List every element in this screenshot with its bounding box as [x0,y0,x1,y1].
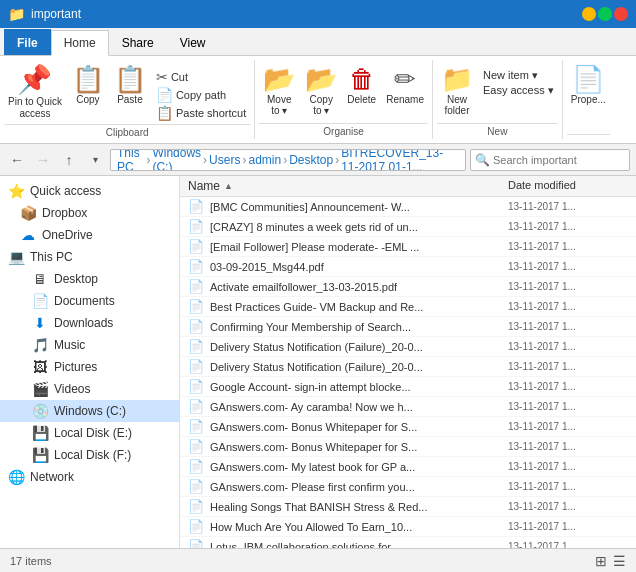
paste-shortcut-label: Paste shortcut [176,107,246,119]
back-button[interactable]: ← [6,149,28,171]
cut-label: Cut [171,71,188,83]
sidebar-item-desktop[interactable]: 🖥 Desktop [0,268,179,290]
move-to-button[interactable]: 📂 Moveto ▾ [259,64,299,118]
file-row[interactable]: 📄 03-09-2015_Msg44.pdf 13-11-2017 1... [180,257,636,277]
file-name: 03-09-2015_Msg44.pdf [210,261,502,273]
copy-to-label: Copyto ▾ [310,94,333,116]
path-this-pc[interactable]: This PC [117,149,144,171]
file-row[interactable]: 📄 Healing Songs That BANISH Stress & Red… [180,497,636,517]
organise-label: Organise [259,123,428,139]
file-name: [CRAZY] 8 minutes a week gets rid of un.… [210,221,502,233]
file-row[interactable]: 📄 Delivery Status Notification (Failure)… [180,357,636,377]
paste-shortcut-button[interactable]: 📋 Paste shortcut [152,104,250,122]
tab-view[interactable]: View [167,29,219,55]
desktop-label: Desktop [54,272,98,286]
column-date-modified[interactable]: Date modified [508,179,628,193]
title-bar-controls [582,7,628,21]
copy-path-button[interactable]: 📄 Copy path [152,86,250,104]
sidebar-item-windows-c[interactable]: 💿 Windows (C:) [0,400,179,422]
view-list-icon[interactable]: ☰ [613,553,626,569]
forward-button[interactable]: → [32,149,54,171]
file-row[interactable]: 📄 [BMC Communities] Announcement- W... 1… [180,197,636,217]
file-date: 13-11-2017 1... [508,241,628,252]
copy-label: Copy [76,94,99,105]
local-disk-e-label: Local Disk (E:) [54,426,132,440]
file-icon: 📄 [188,379,204,394]
file-date: 13-11-2017 1... [508,521,628,532]
new-folder-button[interactable]: 📁 Newfolder [437,64,477,118]
sidebar-item-videos[interactable]: 🎬 Videos [0,378,179,400]
properties-button[interactable]: 📄 Prope... [567,64,610,107]
onedrive-icon: ☁ [20,227,36,243]
file-row[interactable]: 📄 How Much Are You Allowed To Earn_10...… [180,517,636,537]
search-input[interactable] [493,154,631,166]
file-name: GAnswers.com- Bonus Whitepaper for S... [210,441,502,453]
file-row[interactable]: 📄 GAnswers.com- My latest book for GP a.… [180,457,636,477]
file-date: 13-11-2017 1... [508,201,628,212]
file-row[interactable]: 📄 GAnswers.com- Bonus Whitepaper for S..… [180,437,636,457]
column-name[interactable]: Name ▲ [188,179,508,193]
downloads-icon: ⬇ [32,315,48,331]
sidebar-item-pictures[interactable]: 🖼 Pictures [0,356,179,378]
file-row[interactable]: 📄 GAnswers.com- Please first confirm you… [180,477,636,497]
file-row[interactable]: 📄 Google Account- sign-in attempt blocke… [180,377,636,397]
maximize-button[interactable] [598,7,612,21]
local-disk-e-icon: 💾 [32,425,48,441]
sidebar-item-documents[interactable]: 📄 Documents [0,290,179,312]
address-path[interactable]: This PC › Windows (C:) › Users › admin ›… [110,149,466,171]
file-icon: 📄 [188,399,204,414]
sidebar-item-downloads[interactable]: ⬇ Downloads [0,312,179,334]
easy-access-button[interactable]: Easy access ▾ [479,83,558,98]
tab-share[interactable]: Share [109,29,167,55]
path-windows-c[interactable]: Windows (C:) [152,149,201,171]
up-button[interactable]: ↑ [58,149,80,171]
videos-icon: 🎬 [32,381,48,397]
sidebar-item-network[interactable]: 🌐 Network [0,466,179,488]
file-row[interactable]: 📄 Best Practices Guide- VM Backup and Re… [180,297,636,317]
ribbon-organise: 📂 Moveto ▾ 📂 Copyto ▾ 🗑 Delete ✏ Rename … [255,60,433,139]
close-button[interactable] [614,7,628,21]
file-row[interactable]: 📄 [CRAZY] 8 minutes a week gets rid of u… [180,217,636,237]
sidebar-item-music[interactable]: 🎵 Music [0,334,179,356]
file-icon: 📄 [188,439,204,454]
copy-button[interactable]: 📋 Copy [68,64,108,107]
sidebar-item-onedrive[interactable]: ☁ OneDrive [0,224,179,246]
path-bitrecover[interactable]: BITRECOVER_13-11-2017 01-1... [341,149,459,171]
file-row[interactable]: 📄 GAnswers.com- Ay caramba! Now we h... … [180,397,636,417]
quick-access-label: Quick access [30,184,101,198]
sidebar-item-this-pc[interactable]: 💻 This PC [0,246,179,268]
tab-home[interactable]: Home [51,30,109,56]
paste-icon: 📋 [114,66,146,92]
file-row[interactable]: 📄 [Email Follower] Please moderate- -EML… [180,237,636,257]
sidebar-item-local-disk-e[interactable]: 💾 Local Disk (E:) [0,422,179,444]
path-desktop[interactable]: Desktop [289,153,333,167]
new-item-button[interactable]: New item ▾ [479,68,558,83]
paste-button[interactable]: 📋 Paste [110,64,150,107]
sidebar-item-dropbox[interactable]: 📦 Dropbox [0,202,179,224]
file-date: 13-11-2017 1... [508,541,628,548]
ribbon: 📌 Pin to Quickaccess 📋 Copy 📋 Paste ✂ Cu… [0,56,636,144]
tab-file[interactable]: File [4,29,51,55]
view-grid-icon[interactable]: ⊞ [595,553,607,569]
delete-button[interactable]: 🗑 Delete [343,64,380,107]
path-users[interactable]: Users [209,153,240,167]
pin-to-quick-access-button[interactable]: 📌 Pin to Quickaccess [4,64,66,122]
sidebar-item-local-disk-f[interactable]: 💾 Local Disk (F:) [0,444,179,466]
sidebar-item-quick-access[interactable]: ⭐ Quick access [0,180,179,202]
path-admin[interactable]: admin [248,153,281,167]
rename-button[interactable]: ✏ Rename [382,64,428,107]
recent-button[interactable]: ▾ [84,149,106,171]
minimize-button[interactable] [582,7,596,21]
file-row[interactable]: 📄 Confirming Your Membership of Search..… [180,317,636,337]
file-row[interactable]: 📄 GAnswers.com- Bonus Whitepaper for S..… [180,417,636,437]
copy-to-button[interactable]: 📂 Copyto ▾ [301,64,341,118]
file-date: 13-11-2017 1... [508,441,628,452]
cut-button[interactable]: ✂ Cut [152,68,250,86]
file-row[interactable]: 📄 Activate emailfollower_13-03-2015.pdf … [180,277,636,297]
search-box[interactable]: 🔍 [470,149,630,171]
file-row[interactable]: 📄 Delivery Status Notification (Failure)… [180,337,636,357]
status-bar: 17 items ⊞ ☰ [0,548,636,572]
network-label: Network [30,470,74,484]
file-row[interactable]: 📄 Lotus- IBM collaboration solutions for… [180,537,636,548]
file-icon: 📄 [188,219,204,234]
